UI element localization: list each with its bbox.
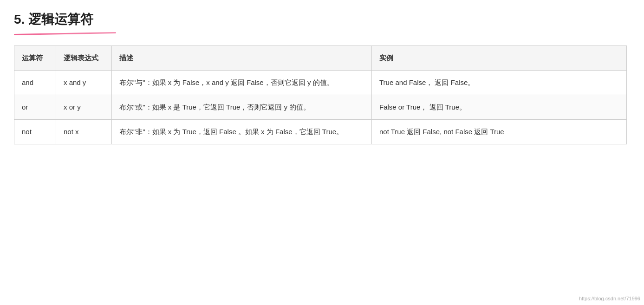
cell-example: True and False， 返回 False。 — [372, 70, 627, 95]
header-expression: 逻辑表达式 — [56, 45, 112, 70]
cell-example: not True 返回 False, not False 返回 True — [372, 119, 627, 144]
cell-description: 布尔"或"：如果 x 是 True，它返回 True，否则它返回 y 的值。 — [112, 95, 372, 119]
cell-operator: and — [14, 70, 56, 95]
logic-operators-table: 运算符 逻辑表达式 描述 实例 andx and y布尔"与"：如果 x 为 F… — [14, 45, 627, 144]
cell-expression: not x — [56, 119, 112, 144]
header-example: 实例 — [372, 45, 627, 70]
cell-expression: x and y — [56, 70, 112, 95]
cell-description: 布尔"非"：如果 x 为 True，返回 False 。如果 x 为 False… — [112, 119, 372, 144]
table-row: andx and y布尔"与"：如果 x 为 False，x and y 返回 … — [14, 70, 627, 95]
cell-description: 布尔"与"：如果 x 为 False，x and y 返回 False，否则它返… — [112, 70, 372, 95]
table-header-row: 运算符 逻辑表达式 描述 实例 — [14, 45, 627, 70]
cell-expression: x or y — [56, 95, 112, 119]
title-underline — [14, 32, 116, 35]
header-description: 描述 — [112, 45, 372, 70]
table-row: orx or y布尔"或"：如果 x 是 True，它返回 True，否则它返回… — [14, 95, 627, 119]
header-operator: 运算符 — [14, 45, 56, 70]
cell-example: False or True， 返回 True。 — [372, 95, 627, 119]
cell-operator: not — [14, 119, 56, 144]
cell-operator: or — [14, 95, 56, 119]
page-title: 5. 逻辑运算符 — [14, 9, 630, 30]
table-row: notnot x布尔"非"：如果 x 为 True，返回 False 。如果 x… — [14, 119, 627, 144]
